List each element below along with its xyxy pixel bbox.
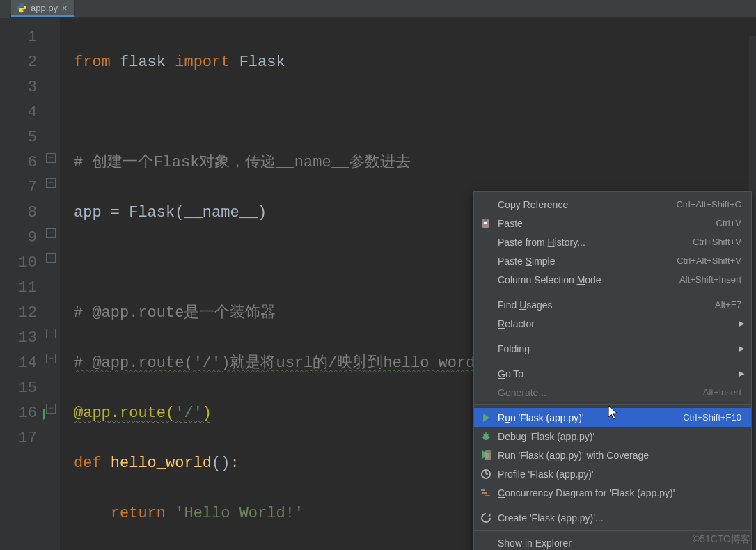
- menu-item-find-usages[interactable]: Find UsagesAlt+F7: [474, 295, 751, 314]
- fold-icon[interactable]: −: [46, 253, 56, 263]
- menu-item-label: Run 'Flask (app.py)': [498, 412, 677, 423]
- menu-item-paste-simple[interactable]: Paste SimpleCtrl+Alt+Shift+V: [474, 251, 751, 270]
- debug-icon: [480, 430, 492, 443]
- submenu-arrow-icon: ▶: [739, 319, 744, 328]
- editor-tabbar: app.py ×: [0, 0, 756, 18]
- menu-shortcut: Ctrl+Shift+F10: [683, 412, 741, 423]
- fold-icon[interactable]: −: [46, 153, 56, 163]
- svg-rect-14: [482, 492, 487, 494]
- menu-shortcut: Alt+Insert: [703, 387, 741, 398]
- menu-item-label: Paste from History...: [498, 237, 687, 248]
- blank-icon: [480, 317, 492, 330]
- line-number: 13: [0, 326, 37, 351]
- blank-icon: [480, 198, 492, 211]
- menu-separator: [474, 361, 751, 361]
- concur-icon: [480, 487, 492, 499]
- svg-rect-15: [485, 495, 490, 496]
- menu-item-label: Paste Simple: [498, 256, 671, 267]
- svg-line-9: [487, 434, 489, 435]
- menu-item-label: Go To: [498, 368, 741, 379]
- menu-item-paste-from-history[interactable]: Paste from History...Ctrl+Shift+V: [474, 233, 751, 251]
- create-icon: [480, 512, 492, 524]
- menu-item-debug-flask-app-py[interactable]: Debug 'Flask (app.py)': [474, 427, 751, 446]
- menu-item-label: Profile 'Flask (app.py)': [498, 469, 741, 480]
- menu-item-column-selection-mode[interactable]: Column Selection ModeAlt+Shift+Insert: [474, 270, 751, 289]
- submenu-arrow-icon: ▶: [739, 369, 744, 378]
- line-number: 16: [0, 401, 37, 426]
- fold-icon[interactable]: −: [46, 228, 56, 238]
- menu-item-label: Create 'Flask (app.py)'...: [498, 512, 741, 524]
- menu-shortcut: Alt+Shift+Insert: [679, 274, 741, 285]
- blank-icon: [480, 386, 492, 399]
- menu-separator: [474, 505, 751, 505]
- line-number-gutter: 1 2 3 4 5 6 7 8 9 10 11 12 13 14 15 16 1…: [0, 18, 45, 550]
- line-number: 2: [0, 50, 37, 75]
- blank-icon: [480, 368, 492, 380]
- svg-line-8: [483, 434, 485, 435]
- menu-item-run-flask-app-py[interactable]: Run 'Flask (app.py)'Ctrl+Shift+F10: [474, 408, 751, 427]
- menu-item-go-to[interactable]: Go To▶: [474, 364, 751, 383]
- line-number: 14: [0, 351, 37, 376]
- menu-item-label: Paste: [498, 218, 711, 229]
- fold-icon[interactable]: −: [46, 404, 56, 414]
- menu-item-label: Debug 'Flask (app.py)': [498, 431, 741, 442]
- line-number: 10: [0, 251, 37, 276]
- menu-item-concurrency-diagram-for-flask-app-py[interactable]: Concurrency Diagram for 'Flask (app.py)': [474, 483, 751, 502]
- line-number: 17: [0, 426, 37, 451]
- line-number: 3: [0, 75, 37, 100]
- coverage-icon: [480, 449, 492, 462]
- watermark: ©51CTO博客: [693, 533, 750, 546]
- menu-item-folding[interactable]: Folding▶: [474, 339, 751, 358]
- blank-icon: [480, 299, 492, 311]
- close-icon[interactable]: ×: [62, 3, 68, 13]
- menu-item-label: Refactor: [498, 318, 741, 329]
- ide-root: je app.py × 1 2 3 4 5 6 7 8 9 10 11 12 1…: [0, 0, 756, 550]
- menu-item-label: Column Selection Mode: [498, 274, 674, 285]
- line-number: 11: [0, 276, 37, 301]
- blank-icon: [480, 255, 492, 267]
- menu-item-label: Concurrency Diagram for 'Flask (app.py)': [498, 487, 741, 498]
- menu-separator: [474, 530, 751, 531]
- submenu-arrow-icon: ▶: [739, 344, 744, 353]
- paste-icon: [480, 217, 492, 230]
- fold-icon[interactable]: −: [46, 178, 56, 188]
- menu-item-label: Copy Reference: [498, 199, 670, 210]
- svg-rect-3: [484, 223, 487, 224]
- svg-rect-1: [484, 219, 487, 221]
- menu-separator: [474, 336, 751, 336]
- line-number: 5: [0, 125, 37, 150]
- menu-item-label: Run 'Flask (app.py)' with Coverage: [498, 450, 741, 461]
- menu-item-run-flask-app-py-with-coverage[interactable]: Run 'Flask (app.py)' with Coverage: [474, 446, 751, 464]
- menu-shortcut: Ctrl+Alt+Shift+V: [677, 256, 741, 266]
- menu-item-generate: Generate...Alt+Insert: [474, 383, 751, 402]
- blank-icon: [480, 274, 492, 286]
- blank-icon: [480, 537, 492, 549]
- tab-app-py[interactable]: app.py ×: [11, 0, 75, 17]
- line-number: 8: [0, 201, 37, 226]
- line-number: 1: [0, 25, 37, 50]
- menu-item-label: Generate...: [498, 387, 698, 398]
- menu-separator: [474, 404, 751, 405]
- menu-item-create-flask-app-py[interactable]: Create 'Flask (app.py)'...: [474, 508, 751, 527]
- menu-shortcut: Ctrl+Alt+Shift+C: [676, 199, 741, 210]
- context-menu: Copy ReferenceCtrl+Alt+Shift+CPasteCtrl+…: [473, 191, 752, 550]
- line-number: 4: [0, 100, 37, 125]
- menu-shortcut: Ctrl+Shift+V: [693, 237, 741, 247]
- python-file-icon: [17, 3, 26, 13]
- menu-item-profile-flask-app-py[interactable]: Profile 'Flask (app.py)': [474, 464, 751, 483]
- blank-icon: [480, 343, 492, 355]
- menu-shortcut: Ctrl+V: [716, 218, 741, 228]
- line-number: 7: [0, 175, 37, 201]
- line-number: 6: [0, 150, 37, 175]
- fold-icon[interactable]: −: [46, 354, 56, 363]
- blank-icon: [480, 236, 492, 249]
- line-number: 12: [0, 301, 37, 326]
- menu-item-paste[interactable]: PasteCtrl+V: [474, 214, 751, 233]
- profile-icon: [480, 468, 492, 480]
- fold-icon[interactable]: −: [46, 329, 56, 338]
- menu-shortcut: Alt+F7: [715, 299, 741, 310]
- line-number: 9: [0, 226, 37, 251]
- menu-item-copy-reference[interactable]: Copy ReferenceCtrl+Alt+Shift+C: [474, 195, 751, 214]
- menu-item-refactor[interactable]: Refactor▶: [474, 314, 751, 333]
- menu-separator: [474, 292, 751, 292]
